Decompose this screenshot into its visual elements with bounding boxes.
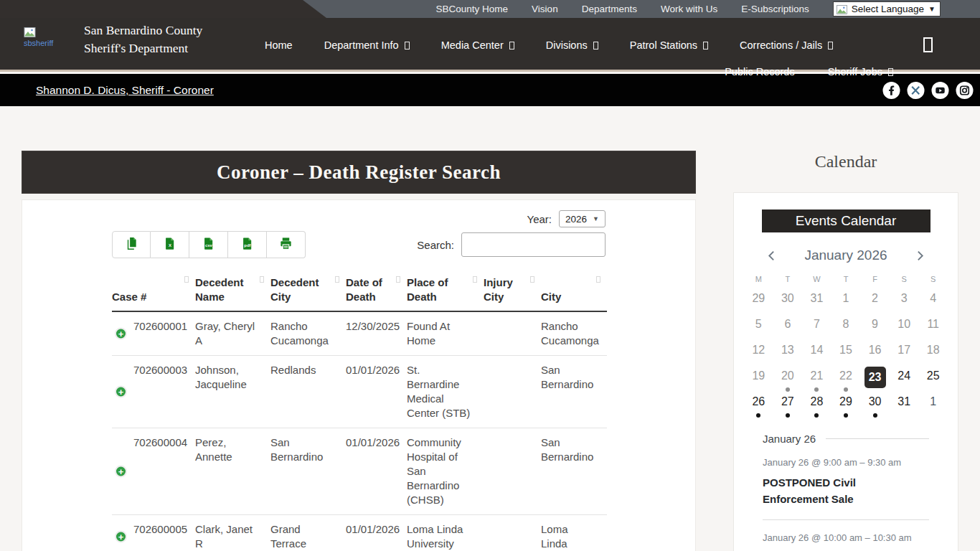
event-item[interactable]: January 26 @ 9:00 am – 9:30 amPOSTPONED … — [763, 457, 929, 507]
page: SBCounty HomeVisionDepartmentsWork with … — [0, 0, 980, 551]
date_of_death-cell: 01/01/2026 — [346, 428, 407, 515]
expand-row-button[interactable]: + — [115, 531, 127, 543]
calendar-day[interactable]: 30 — [773, 289, 803, 315]
column-header[interactable]: City — [541, 265, 607, 311]
search-input[interactable] — [461, 232, 606, 257]
topbar-link-vision[interactable]: Vision — [532, 4, 558, 14]
place_of_death-cell: St. Bernardine Medical Center (STB) — [407, 356, 484, 428]
calendar-day[interactable]: 8 — [831, 315, 861, 341]
calendar-day[interactable]: 22 — [831, 367, 861, 392]
calendar-day[interactable]: 30 — [860, 392, 890, 418]
nav-item-media-center[interactable]: Media Center — [441, 39, 514, 51]
event-time: January 26 @ 10:00 am – 10:30 am — [763, 532, 929, 543]
calendar-day[interactable]: 9 — [860, 315, 890, 341]
expand-row-button[interactable]: + — [115, 466, 127, 478]
content-area: Coroner – Death Register Search Year: 20… — [0, 106, 980, 551]
event-item[interactable]: January 26 @ 10:00 am – 10:30 amCivil En… — [763, 532, 929, 551]
calendar-day[interactable]: 1 — [918, 392, 948, 418]
calendar-day[interactable]: 18 — [918, 341, 948, 367]
calendar-day[interactable]: 31 — [802, 289, 831, 315]
calendar-day[interactable]: 2 — [860, 289, 890, 315]
topbar-link-sbcounty-home[interactable]: SBCounty Home — [436, 4, 509, 14]
calendar-day[interactable]: 26 — [744, 392, 773, 418]
calendar-day[interactable]: 23 — [860, 367, 890, 392]
main-nav-row1: HomeDepartment InfoMedia CenterDivisions… — [265, 39, 833, 51]
nav-item-corrections-jails[interactable]: Corrections / Jails — [740, 39, 833, 51]
column-header[interactable]: Decedent City — [270, 265, 346, 311]
weekday-label: T — [831, 275, 861, 283]
date_of_death-cell: 01/01/2026 — [346, 356, 407, 428]
calendar-day[interactable]: 12 — [744, 341, 773, 367]
column-header[interactable]: Decedent Name — [195, 265, 270, 311]
chevron-down-icon: ▼ — [593, 215, 599, 222]
calendar-day[interactable]: 20 — [773, 367, 803, 392]
calendar-day[interactable]: 29 — [744, 289, 773, 315]
calendar-day[interactable]: 1 — [831, 289, 861, 315]
topbar-link-departments[interactable]: Departments — [582, 4, 637, 14]
weekday-label: T — [773, 275, 803, 283]
export-excel-button[interactable]: X — [151, 231, 189, 258]
calendar-day[interactable]: 5 — [744, 315, 773, 341]
youtube-icon[interactable] — [931, 81, 949, 99]
calendar-day[interactable]: 15 — [831, 341, 861, 367]
instagram-icon[interactable] — [956, 81, 974, 99]
export-print-button[interactable] — [267, 231, 306, 258]
event-dot — [786, 413, 790, 418]
decedent_city-cell: Grand Terrace — [270, 515, 346, 551]
expand-row-button[interactable]: + — [115, 386, 127, 398]
calendar-day[interactable]: 25 — [918, 367, 948, 392]
calendar-next-icon[interactable] — [914, 250, 926, 262]
calendar-day[interactable]: 7 — [802, 315, 831, 341]
language-selector[interactable]: Select Language ▼ — [833, 1, 941, 17]
nav-item-department-info[interactable]: Department Info — [324, 39, 410, 51]
calendar-day[interactable]: 3 — [890, 289, 919, 315]
decedent_name-cell: Perez, Annette — [195, 428, 270, 515]
calendar-day[interactable]: 10 — [890, 315, 919, 341]
case-cell: +702600005 — [112, 515, 195, 551]
calendar-day[interactable]: 17 — [890, 341, 919, 367]
calendar-day[interactable]: 4 — [918, 289, 948, 315]
export-csv-button[interactable]: csv — [189, 231, 228, 258]
calendar-day[interactable]: 21 — [802, 367, 831, 392]
nav-item-public-records[interactable]: Public Records — [725, 66, 795, 77]
facebook-icon[interactable] — [882, 81, 900, 99]
broken-image-icon — [24, 27, 36, 37]
calendar-day[interactable]: 27 — [773, 392, 803, 418]
org-name[interactable]: San Bernardino County Sheriff's Departme… — [84, 22, 202, 57]
search-icon[interactable] — [923, 37, 933, 52]
decedent_city-cell: Redlands — [270, 356, 346, 428]
export-copy-button[interactable] — [112, 231, 151, 258]
site-logo[interactable]: sbsheriff — [24, 27, 68, 49]
nav-item-sheriff-jobs[interactable]: Sheriff Jobs — [828, 66, 893, 77]
breadcrumb-bar: Shannon D. Dicus, Sheriff - Coroner — [0, 74, 980, 106]
events-list: January 26 January 26 @ 9:00 am – 9:30 a… — [734, 418, 958, 551]
calendar-day[interactable]: 6 — [773, 315, 803, 341]
column-header[interactable]: Date of Death — [346, 265, 407, 311]
calendar-prev-icon[interactable] — [765, 250, 778, 262]
column-header[interactable]: Case # — [112, 265, 195, 311]
breadcrumb-link[interactable]: Shannon D. Dicus, Sheriff - Coroner — [36, 84, 214, 97]
calendar-day[interactable]: 24 — [890, 367, 919, 392]
calendar-day[interactable]: 14 — [802, 341, 831, 367]
city-cell: San Bernardino — [541, 428, 607, 515]
calendar-day[interactable]: 28 — [802, 392, 831, 418]
column-header[interactable]: Place of Death — [407, 265, 484, 311]
nav-item-home[interactable]: Home — [265, 39, 293, 51]
calendar-day[interactable]: 19 — [744, 367, 773, 392]
calendar-day[interactable]: 16 — [860, 341, 890, 367]
event-dot — [756, 413, 760, 418]
x-twitter-icon[interactable] — [907, 81, 925, 99]
calendar-day[interactable]: 11 — [918, 315, 948, 341]
nav-item-patrol-stations[interactable]: Patrol Stations — [630, 39, 708, 51]
injury_city-cell — [484, 356, 541, 428]
calendar-day[interactable]: 13 — [773, 341, 803, 367]
expand-row-button[interactable]: + — [115, 328, 127, 340]
calendar-day[interactable]: 29 — [831, 392, 861, 418]
topbar-link-e-subscriptions[interactable]: E-Subscriptions — [741, 4, 809, 14]
column-header[interactable]: Injury City — [484, 265, 541, 311]
nav-item-divisions[interactable]: Divisions — [546, 39, 598, 51]
topbar-link-work-with-us[interactable]: Work with Us — [661, 4, 717, 14]
year-select[interactable]: 2026 ▼ — [559, 210, 606, 227]
export-pdf-button[interactable]: pdf — [228, 231, 267, 258]
calendar-day[interactable]: 31 — [890, 392, 919, 418]
